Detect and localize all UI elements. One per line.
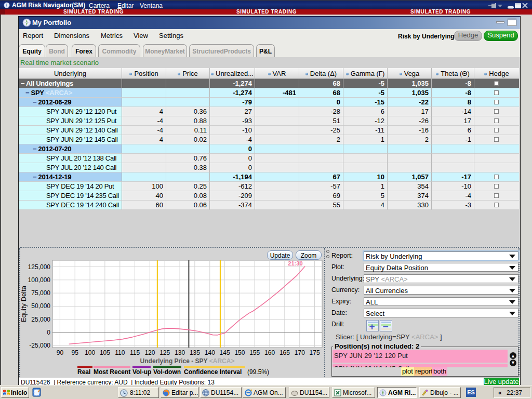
svg-text:21:30: 21:30 [288, 260, 302, 267]
svg-text:-25,000: -25,000 [29, 342, 50, 349]
svg-text:90: 90 [57, 349, 64, 356]
svg-text:75,000: 75,000 [31, 289, 50, 297]
svg-text:175: 175 [310, 349, 320, 356]
svg-text:100: 100 [85, 349, 95, 356]
svg-text:95: 95 [72, 349, 79, 356]
svg-text:25,000: 25,000 [31, 316, 50, 323]
svg-text:170: 170 [295, 349, 305, 356]
svg-text:105: 105 [100, 349, 110, 356]
svg-text:140: 140 [205, 349, 215, 356]
svg-text:100,000: 100,000 [28, 276, 51, 284]
svg-text:165: 165 [280, 349, 290, 356]
svg-text:160: 160 [264, 349, 275, 356]
svg-text:125,000: 125,000 [28, 263, 51, 271]
svg-text:150: 150 [234, 349, 245, 356]
svg-text:115: 115 [130, 349, 140, 356]
svg-text:110: 110 [115, 349, 125, 356]
svg-text:0: 0 [47, 329, 50, 336]
svg-text:145: 145 [220, 349, 230, 356]
svg-text:Underlying Price - SPY <ARCA>: Underlying Price - SPY <ARCA> [140, 357, 235, 365]
svg-text:155: 155 [249, 349, 260, 356]
svg-text:135: 135 [190, 349, 200, 356]
svg-text:130: 130 [175, 349, 185, 356]
svg-text:50,000: 50,000 [31, 302, 50, 310]
svg-text:Equity Delta: Equity Delta [20, 285, 28, 322]
svg-text:125: 125 [159, 349, 170, 356]
svg-text:120: 120 [144, 349, 155, 356]
